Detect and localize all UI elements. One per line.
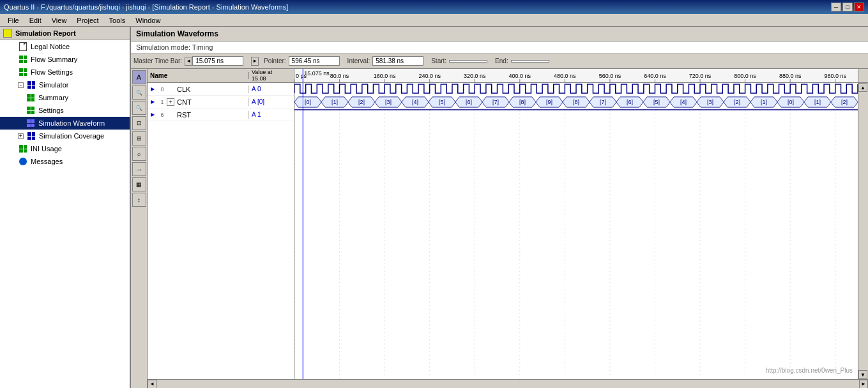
tree-root-label: Simulation Report (15, 29, 76, 37)
interval-value: 581.38 ns (372, 56, 423, 66)
fit-tool[interactable]: ⊡ (132, 116, 146, 130)
time-ruler (294, 69, 858, 83)
sidebar-item-flow-settings[interactable]: Flow Settings (0, 66, 130, 78)
horizontal-scrollbar[interactable]: ◄ ► (148, 379, 868, 388)
zoom-in-tool[interactable]: 🔍 (132, 86, 146, 100)
sidebar-item-flow-summary[interactable]: Flow Summary (0, 53, 130, 66)
sidebar-item-legal-notice[interactable]: Legal Notice (0, 40, 130, 53)
signal-direction-icon: ▶ (148, 83, 158, 96)
menu-item-window[interactable]: Window (130, 15, 165, 26)
waveform-area: A 🔍 🔍 ⊡ ⊞ ⌕ → ▦ ↕ Name Value at15.08 (131, 69, 868, 388)
signal-direction-icon: ▶ (148, 108, 158, 121)
maximize-button[interactable]: □ (842, 3, 853, 11)
sidebar-item-label: Legal Notice (31, 43, 70, 50)
arrow-tool[interactable]: → (132, 162, 146, 176)
zoom-out-tool[interactable]: 🔍 (132, 101, 146, 115)
expand-icon[interactable]: + (18, 133, 24, 139)
menu-item-file[interactable]: File (3, 15, 24, 26)
sidebar-item-simulator[interactable]: - Simulator (0, 78, 130, 91)
master-time-bar-value: 15.075 ns (192, 56, 243, 66)
tree-root[interactable]: Simulation Report (0, 27, 130, 40)
find-tool[interactable]: ⌕ (132, 147, 146, 161)
vertical-scrollbar[interactable]: ▲ ▼ (858, 83, 868, 379)
sidebar-item-label: Flow Settings (31, 68, 73, 76)
flow-icon (18, 54, 28, 64)
menu-item-tools[interactable]: Tools (104, 15, 131, 26)
cnt-expand-icon[interactable]: + (167, 98, 174, 106)
signal-name-cnt: CNT (176, 98, 249, 106)
sidebar-item-summary[interactable]: Summary (0, 91, 130, 104)
group-tool[interactable]: ▦ (132, 177, 146, 191)
insert-node-tool[interactable]: ⊞ (132, 131, 146, 146)
sidebar-item-label: Simulation Coverage (39, 132, 104, 140)
sidebar-item-ini-usage[interactable]: INI Usage (0, 142, 130, 155)
end-value (511, 60, 549, 63)
start-label: Start: (431, 57, 446, 64)
interval-label: Interval: (347, 57, 370, 64)
sidebar-item-label: Simulation Waveform (38, 119, 105, 127)
sidebar-item-settings[interactable]: Settings (0, 104, 130, 117)
sidebar-item-messages[interactable]: Messages (0, 155, 130, 168)
timebar-right-arrow[interactable]: ► (251, 57, 259, 66)
titlebar-title: Quartus II - F:/quartus/quartus/jishuqi … (4, 3, 288, 11)
menu-item-view[interactable]: View (47, 15, 72, 26)
menu-item-edit[interactable]: Edit (24, 15, 47, 26)
expand-icon[interactable]: - (18, 82, 24, 88)
timebar-left-arrow[interactable]: ◄ (185, 57, 192, 66)
sidebar-item-label: Simulator (39, 81, 68, 89)
menubar: FileEditViewProjectToolsWindow (0, 14, 868, 27)
minimize-button[interactable]: ─ (831, 3, 841, 11)
doc-icon (18, 41, 28, 52)
signal-value-clk: A 0 (249, 86, 294, 93)
pointer-value: 596.45 ns (289, 56, 340, 66)
signal-name-clk: CLK (176, 86, 249, 93)
signal-index: 1 (158, 99, 167, 105)
scroll-left-button[interactable]: ◄ (148, 380, 156, 389)
titlebar: Quartus II - F:/quartus/quartus/jishuqi … (0, 0, 868, 14)
menu-item-project[interactable]: Project (72, 15, 103, 26)
main-container: Simulation Report Legal Notice Flow Summ… (0, 27, 868, 388)
sidebar-item-label: Summary (38, 94, 68, 101)
signal-index: 0 (158, 86, 167, 93)
left-panel: Simulation Report Legal Notice Flow Summ… (0, 27, 131, 388)
name-column-header: Name (148, 72, 249, 79)
ruler-canvas (294, 69, 858, 83)
tools-sidebar: A 🔍 🔍 ⊡ ⊞ ⌕ → ▦ ↕ (131, 69, 148, 388)
scroll-track (858, 92, 868, 370)
scroll-right-button[interactable]: ► (859, 380, 868, 389)
signal-row-cnt: ▶ 1 + CNT A [0] (148, 96, 294, 108)
waveform-title: Simulation Waveforms (131, 27, 868, 41)
messages-icon (18, 156, 28, 167)
value-column-header: Value at15.08 (249, 70, 294, 82)
end-label: End: (495, 57, 508, 64)
scroll-up-button[interactable]: ▲ (858, 83, 867, 92)
right-panel: Simulation Waveforms Simulation mode: Ti… (131, 27, 868, 388)
ini-icon (18, 144, 28, 154)
titlebar-controls: ─ □ ✕ (831, 3, 864, 11)
waveform-display[interactable]: http://blog.csdn.net/0wen_Plus (294, 83, 858, 379)
sort-tool[interactable]: ↕ (132, 193, 146, 207)
settings-icon (26, 105, 36, 116)
sidebar-item-simulation-waveform[interactable]: Simulation Waveform (0, 117, 130, 130)
timebar: Master Time Bar: ◄ 15.075 ns ► Pointer: … (131, 54, 868, 69)
signal-list: ▶ 0 CLK A 0 ▶ 1 + CNT A [0] (148, 83, 294, 379)
signal-row-clk: ▶ 0 CLK A 0 (148, 83, 294, 96)
coverage-icon (26, 131, 36, 141)
signal-value-cnt: A [0] (249, 98, 294, 105)
master-time-bar-label: Master Time Bar: (133, 57, 182, 64)
signal-list-header: Name Value at15.08 (148, 69, 294, 83)
scroll-down-button[interactable]: ▼ (858, 370, 867, 379)
simulator-icon (26, 80, 36, 90)
sim-mode-bar: Simulation mode: Timing (131, 41, 868, 54)
summary-icon (26, 93, 36, 103)
flow-settings-icon (18, 67, 28, 77)
waveform-icon (26, 118, 36, 128)
signal-name-rst: RST (176, 111, 249, 119)
sidebar-item-label: Settings (38, 107, 64, 114)
close-button[interactable]: ✕ (854, 3, 864, 11)
sidebar-item-label: Flow Summary (31, 56, 77, 63)
sidebar-item-simulation-coverage[interactable]: + Simulation Coverage (0, 130, 130, 142)
signal-value-rst: A 1 (249, 111, 294, 118)
select-tool[interactable]: A (132, 70, 146, 84)
signal-direction-icon: ▶ (148, 96, 158, 108)
